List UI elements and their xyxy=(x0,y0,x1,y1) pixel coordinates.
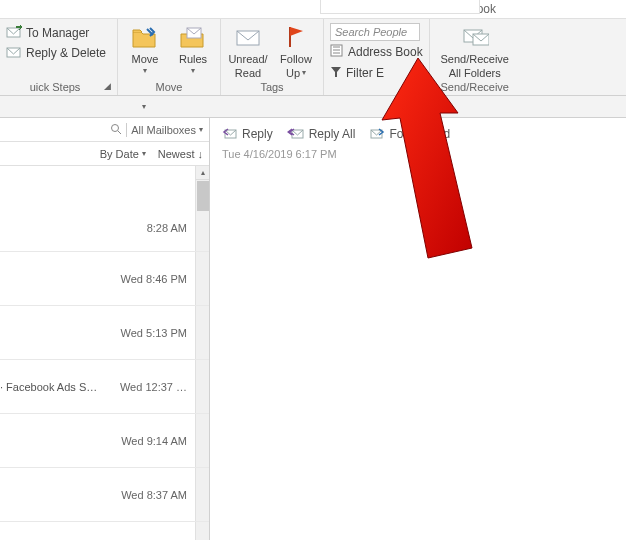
quickstep-reply-delete[interactable]: Reply & Delete xyxy=(6,43,106,63)
address-book-icon xyxy=(330,44,344,60)
forward-label-part2: d xyxy=(443,127,450,141)
rules-button-label: Rules xyxy=(179,53,207,65)
list-item[interactable]: 8:28 AM xyxy=(0,166,209,252)
list-item[interactable]: Wed 8:46 PM xyxy=(0,252,209,306)
all-mailboxes-label: All Mailboxes xyxy=(131,124,196,136)
chevron-down-icon: ▾ xyxy=(302,69,306,78)
address-book-label: Address Book xyxy=(348,45,423,59)
item-time: Wed 8:37 AM xyxy=(0,489,187,501)
sort-by-date[interactable]: By Date ▾ xyxy=(100,148,146,160)
follow-up-label-1: Follow xyxy=(280,53,312,65)
title-left-placeholder xyxy=(320,0,480,14)
dialog-launcher-icon[interactable]: ◢ xyxy=(104,81,111,91)
ribbon-group-move: Move ▾ Rules ▾ Move xyxy=(118,19,221,95)
unread-read-label-2: Read xyxy=(235,67,261,79)
reply-delete-icon xyxy=(6,45,22,62)
search-people-placeholder: Search People xyxy=(335,26,407,38)
filter-email-button[interactable]: Filter E xyxy=(330,63,384,83)
message-action-bar: Reply Reply All For d xyxy=(222,124,626,144)
forward-label-part1: For xyxy=(389,127,407,141)
filter-email-label: Filter E xyxy=(346,66,384,80)
send-receive-icon xyxy=(461,23,489,51)
message-list: ▴ 8:28 AM Wed 8:46 PM Wed 5:13 PM · Face… xyxy=(0,166,209,540)
item-time: Wed 12:37 … xyxy=(120,381,187,393)
rules-icon xyxy=(179,23,207,51)
follow-up-button[interactable]: Follow Up ▾ xyxy=(275,23,317,79)
secondary-tab-row: ▾ xyxy=(0,96,626,118)
chevron-down-icon: ▾ xyxy=(191,67,195,76)
unread-read-button[interactable]: Unread/ Read xyxy=(227,23,269,79)
flag-icon xyxy=(282,23,310,51)
item-from: · Facebook Ads S… xyxy=(0,381,114,393)
unread-read-label-1: Unread/ xyxy=(228,53,267,65)
manager-icon xyxy=(6,25,22,42)
sort-newest-label: Newest xyxy=(158,148,195,160)
message-list-pane: All Mailboxes ▾ By Date ▾ Newest ↓ ▴ 8:2… xyxy=(0,118,210,540)
sort-by-date-label: By Date xyxy=(100,148,139,160)
list-item[interactable]: Wed 5:13 PM xyxy=(0,306,209,360)
item-time: Wed 8:46 PM xyxy=(0,273,187,285)
sort-arrow-down-icon: ↓ xyxy=(198,148,204,160)
search-icon[interactable] xyxy=(110,123,122,137)
address-book-button[interactable]: Address Book xyxy=(330,42,423,62)
reply-button[interactable]: Reply xyxy=(222,126,273,142)
ribbon-group-tags: Unread/ Read Follow Up ▾ Tags xyxy=(221,19,324,95)
funnel-icon xyxy=(330,66,342,81)
quickstep-reply-delete-label: Reply & Delete xyxy=(26,46,106,60)
item-time: 8:28 AM xyxy=(0,222,187,234)
search-people-input[interactable]: Search People xyxy=(330,23,420,41)
chevron-down-icon: ▾ xyxy=(143,67,147,76)
ribbon: To Manager Reply & Delete uick Steps ◢ M… xyxy=(0,18,626,96)
group-label-tags: Tags xyxy=(227,81,317,95)
chevron-down-icon: ▾ xyxy=(199,125,203,134)
mailbox-search-input[interactable] xyxy=(4,121,102,139)
list-item[interactable]: Wed 9:14 AM xyxy=(0,414,209,468)
reply-all-label: Reply All xyxy=(309,127,356,141)
forward-button[interactable]: For d xyxy=(369,126,450,142)
follow-up-label-2: Up xyxy=(286,67,300,79)
rules-button[interactable]: Rules ▾ xyxy=(172,23,214,76)
group-label-send-receive: Send/Receive xyxy=(436,81,514,95)
move-folder-icon xyxy=(131,23,159,51)
ribbon-group-send-receive: Send/Receive All Folders Send/Receive xyxy=(430,19,520,95)
reading-pane: Reply Reply All For d Tue 4/16/2019 6:17… xyxy=(210,118,626,540)
send-receive-label-1: Send/Receive xyxy=(440,53,509,65)
message-date: Tue 4/16/2019 6:17 PM xyxy=(222,148,626,160)
svg-point-7 xyxy=(112,124,119,131)
move-button-label: Move xyxy=(132,53,159,65)
list-item[interactable]: Wed 8:37 AM xyxy=(0,468,209,522)
group-label-find: Fin xyxy=(330,83,423,97)
ribbon-group-quick-steps: To Manager Reply & Delete uick Steps ◢ xyxy=(0,19,118,95)
sort-row: By Date ▾ Newest ↓ xyxy=(0,142,209,166)
move-button[interactable]: Move ▾ xyxy=(124,23,166,76)
content-area: All Mailboxes ▾ By Date ▾ Newest ↓ ▴ 8:2… xyxy=(0,118,626,540)
reply-label: Reply xyxy=(242,127,273,141)
envelope-icon xyxy=(234,23,262,51)
ribbon-group-find: Search People Address Book Filter E Fin xyxy=(324,19,430,95)
chevron-down-icon: ▾ xyxy=(142,149,146,158)
send-receive-all-button[interactable]: Send/Receive All Folders xyxy=(436,23,514,79)
mailbox-search-row: All Mailboxes ▾ xyxy=(0,118,209,142)
window-title-bar: - Outlook xyxy=(0,0,626,18)
list-item[interactable]: · Facebook Ads S… Wed 12:37 … xyxy=(0,360,209,414)
quickstep-to-manager[interactable]: To Manager xyxy=(6,23,89,43)
reply-all-button[interactable]: Reply All xyxy=(287,126,356,142)
reply-icon xyxy=(222,126,238,142)
item-time: Wed 5:13 PM xyxy=(0,327,187,339)
quickstep-to-manager-label: To Manager xyxy=(26,26,89,40)
forward-icon xyxy=(369,126,385,142)
group-label-move: Move xyxy=(124,81,214,95)
reply-all-icon xyxy=(287,126,305,142)
all-mailboxes-dropdown[interactable]: All Mailboxes ▾ xyxy=(131,124,203,136)
send-receive-label-2: All Folders xyxy=(449,67,501,79)
group-label-quick-steps: uick Steps ◢ xyxy=(6,81,111,95)
item-time: Wed 9:14 AM xyxy=(0,435,187,447)
sort-newest[interactable]: Newest ↓ xyxy=(158,148,203,160)
chevron-down-icon[interactable]: ▾ xyxy=(142,102,146,111)
